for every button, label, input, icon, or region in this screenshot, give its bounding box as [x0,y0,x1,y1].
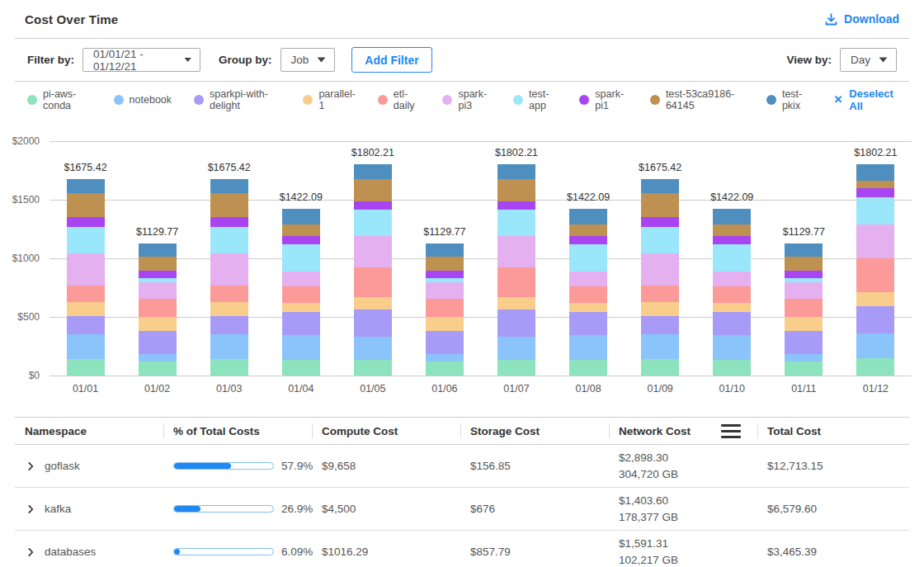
stacked-bar-01/08[interactable] [569,209,607,376]
bar-segment-etl-daily[interactable] [713,286,751,303]
add-filter-button[interactable]: Add Filter [351,47,431,73]
legend-item-spark-pi3[interactable]: spark-pi3 [442,88,491,111]
bar-segment-test-53ca9186-64145[interactable] [569,224,607,236]
bar-segment-notebook[interactable] [139,354,177,361]
bar-segment-sparkpi-with-delight[interactable] [713,312,751,335]
bar-segment-spark-pi1[interactable] [426,271,464,278]
bar-segment-test-53ca9186-64145[interactable] [641,193,679,217]
bar-segment-sparkpi-with-delight[interactable] [210,316,248,334]
bar-segment-test-pkix[interactable] [497,164,535,178]
bar-segment-pi-aws-conda[interactable] [641,359,679,376]
bar-segment-parallel-1[interactable] [282,303,320,312]
bar-segment-parallel-1[interactable] [67,302,105,316]
bar-segment-spark-pi3[interactable] [67,253,105,286]
deselect-all-button[interactable]: ✕ Deselect All [833,87,897,112]
bar-segment-spark-pi3[interactable] [354,236,392,267]
bar-segment-parallel-1[interactable] [210,302,248,316]
bar-segment-notebook[interactable] [641,334,679,359]
bar-segment-test-53ca9186-64145[interactable] [785,257,823,270]
bar-segment-notebook[interactable] [426,354,464,361]
bar-segment-pi-aws-conda[interactable] [282,360,320,376]
bar-segment-spark-pi1[interactable] [139,271,177,278]
bar-segment-etl-daily[interactable] [569,286,607,303]
expand-chevron-icon[interactable] [25,503,36,515]
bar-segment-spark-pi3[interactable] [210,253,248,286]
bar-segment-test-app[interactable] [210,227,248,253]
bar-segment-spark-pi1[interactable] [569,236,607,245]
bar-segment-spark-pi1[interactable] [354,201,392,210]
legend-item-pi-aws-conda[interactable]: pi-aws-conda [27,88,92,111]
bar-segment-test-pkix[interactable] [713,209,751,224]
bar-segment-etl-daily[interactable] [641,286,679,302]
bar-segment-pi-aws-conda[interactable] [497,360,535,376]
bar-segment-spark-pi3[interactable] [569,272,607,286]
stacked-bar-01/11[interactable] [785,243,823,376]
stacked-bar-01/10[interactable] [713,209,751,376]
legend-item-notebook[interactable]: notebook [114,94,172,106]
bar-segment-pi-aws-conda[interactable] [354,360,392,376]
bar-segment-pi-aws-conda[interactable] [713,360,751,376]
menu-icon[interactable] [721,424,741,438]
stacked-bar-01/12[interactable] [856,164,894,376]
bar-segment-sparkpi-with-delight[interactable] [282,312,320,335]
bar-segment-spark-pi1[interactable] [282,236,320,245]
bar-segment-notebook[interactable] [713,335,751,360]
bar-segment-test-pkix[interactable] [139,243,177,257]
bar-segment-test-app[interactable] [569,244,607,271]
bar-segment-etl-daily[interactable] [497,267,535,298]
bar-segment-test-app[interactable] [354,210,392,235]
bar-segment-spark-pi1[interactable] [67,217,105,226]
bar-segment-etl-daily[interactable] [785,299,823,317]
bar-segment-test-53ca9186-64145[interactable] [713,224,751,236]
bar-segment-notebook[interactable] [856,333,894,358]
bar-segment-parallel-1[interactable] [497,297,535,309]
bar-segment-etl-daily[interactable] [282,286,320,303]
legend-item-parallel-1[interactable]: parallel-1 [303,88,355,111]
bar-segment-test-pkix[interactable] [641,179,679,193]
bar-segment-sparkpi-with-delight[interactable] [641,316,679,334]
legend-item-etl-daily[interactable]: etl-daily [378,88,421,111]
download-button[interactable]: Download [824,12,899,26]
expand-chevron-icon[interactable] [25,546,36,558]
legend-item-test-app[interactable]: test-app [513,88,557,111]
bar-segment-notebook[interactable] [785,354,823,361]
bar-segment-sparkpi-with-delight[interactable] [426,331,464,354]
bar-segment-spark-pi1[interactable] [713,236,751,245]
bar-segment-sparkpi-with-delight[interactable] [785,331,823,354]
legend-item-test-53ca9186-64145[interactable]: test-53ca9186-64145 [650,88,744,111]
bar-segment-spark-pi3[interactable] [856,224,894,258]
bar-segment-test-app[interactable] [713,244,751,271]
bar-segment-notebook[interactable] [67,334,105,359]
bar-segment-parallel-1[interactable] [354,297,392,309]
bar-segment-sparkpi-with-delight[interactable] [497,309,535,336]
bar-segment-etl-daily[interactable] [426,299,464,317]
bar-segment-pi-aws-conda[interactable] [856,358,894,376]
bar-segment-test-app[interactable] [856,197,894,224]
bar-segment-test-53ca9186-64145[interactable] [497,179,535,202]
stacked-bar-01/02[interactable] [139,243,177,376]
bar-segment-spark-pi3[interactable] [641,253,679,286]
bar-segment-spark-pi3[interactable] [426,282,464,299]
bar-segment-test-app[interactable] [641,227,679,253]
bar-segment-sparkpi-with-delight[interactable] [67,316,105,334]
bar-segment-test-app[interactable] [497,210,535,235]
bar-segment-parallel-1[interactable] [139,317,177,330]
bar-segment-test-pkix[interactable] [67,179,105,193]
bar-segment-spark-pi3[interactable] [785,282,823,299]
bar-segment-spark-pi1[interactable] [785,271,823,278]
bar-segment-notebook[interactable] [497,337,535,361]
bar-segment-test-pkix[interactable] [426,243,464,257]
bar-segment-test-pkix[interactable] [785,243,823,257]
legend-item-spark-pi1[interactable]: spark-pi1 [579,88,628,111]
bar-segment-sparkpi-with-delight[interactable] [354,309,392,336]
bar-segment-test-pkix[interactable] [569,209,607,224]
bar-segment-test-pkix[interactable] [282,209,320,224]
bar-segment-test-53ca9186-64145[interactable] [282,224,320,236]
stacked-bar-01/05[interactable] [354,164,392,376]
bar-segment-parallel-1[interactable] [569,303,607,312]
bar-segment-notebook[interactable] [354,337,392,361]
bar-segment-test-53ca9186-64145[interactable] [67,193,105,217]
bar-segment-test-pkix[interactable] [856,164,894,181]
bar-segment-test-53ca9186-64145[interactable] [354,179,392,202]
bar-segment-notebook[interactable] [569,335,607,360]
